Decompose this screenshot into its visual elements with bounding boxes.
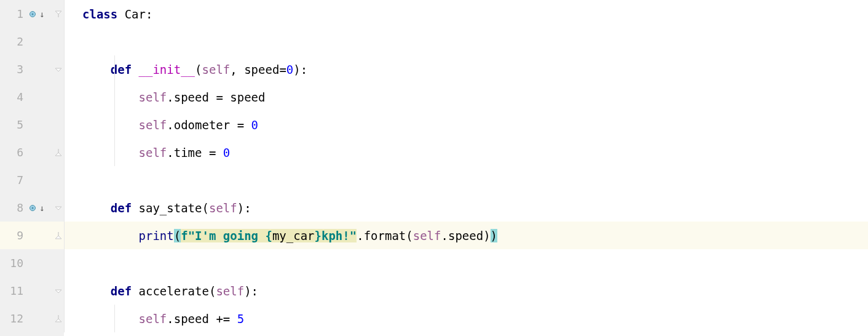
keyword: def — [111, 63, 132, 76]
svg-rect-3 — [58, 149, 58, 153]
line-number: 6 — [0, 146, 27, 159]
svg-rect-6 — [58, 232, 58, 236]
code-line[interactable]: self.speed += 5 — [80, 305, 868, 332]
line-number: 7 — [0, 174, 27, 186]
method-name: format — [364, 229, 406, 242]
line-number: 8 — [0, 201, 27, 214]
line-number: 12 — [0, 312, 27, 325]
self-ref: self — [139, 118, 167, 132]
arrow-down-icon: ↓ — [39, 9, 44, 19]
svg-rect-2 — [58, 14, 58, 17]
fold-marker[interactable] — [54, 65, 63, 74]
self-param: self — [202, 63, 231, 76]
line-number: 11 — [0, 284, 27, 297]
line-number: 3 — [0, 63, 27, 76]
indent-guide — [114, 111, 115, 138]
number-literal: 5 — [237, 312, 244, 326]
svg-point-5 — [32, 207, 34, 209]
code-line[interactable]: def say_state(self): — [80, 194, 868, 222]
self-ref: self — [413, 229, 441, 242]
code-line[interactable] — [80, 28, 868, 55]
svg-point-1 — [32, 13, 34, 15]
gutter-row: 9 — [0, 222, 64, 249]
gutter-row: 12 — [0, 305, 64, 332]
gutter-row: 5 — [0, 111, 64, 138]
override-icon[interactable] — [30, 204, 38, 212]
fold-marker[interactable] — [54, 148, 63, 157]
override-icon[interactable] — [30, 10, 38, 18]
attribute: speed — [174, 90, 209, 104]
fstring-var: my_car — [272, 229, 315, 242]
code-line[interactable] — [80, 166, 868, 194]
paren-open: ( — [174, 229, 181, 242]
fold-marker[interactable] — [54, 314, 63, 323]
indent-guide — [114, 305, 115, 332]
code-line-active[interactable]: print(f"I'm going {my_car}kph!".format(s… — [80, 222, 868, 249]
string-literal: }kph!" — [315, 229, 357, 242]
class-name: Car — [125, 7, 146, 21]
self-ref: self — [139, 312, 167, 326]
code-line[interactable]: def accelerate(self): — [80, 277, 868, 305]
gutter-row: 10 — [0, 249, 64, 277]
self-ref: self — [139, 146, 167, 159]
gutter-row: 3 — [0, 55, 64, 83]
keyword: class — [82, 7, 117, 21]
indent-guide — [114, 138, 115, 166]
fold-marker[interactable] — [54, 10, 63, 18]
code-line[interactable]: def __init__(self, speed=0): — [80, 55, 868, 83]
identifier: speed — [230, 90, 265, 104]
function-name: __init__ — [139, 63, 195, 76]
indent-guide — [114, 55, 115, 83]
gutter-row: 11 — [0, 277, 64, 305]
function-name: say_state — [139, 201, 202, 215]
attribute: time — [174, 146, 202, 159]
gutter-row: 1 ↓ — [0, 0, 64, 28]
parameter: speed — [244, 63, 279, 76]
arrow-down-icon: ↓ — [39, 203, 44, 213]
paren-close: ) — [491, 229, 497, 242]
indent-guide — [114, 83, 115, 111]
line-number: 10 — [0, 257, 27, 270]
gutter-row: 6 — [0, 138, 64, 166]
keyword: def — [111, 284, 132, 298]
string-literal: "I'm going { — [188, 229, 272, 242]
fstring-prefix: f — [181, 229, 187, 242]
line-number: 1 — [0, 7, 27, 20]
code-line[interactable]: class Car: — [80, 0, 868, 28]
attribute: odometer — [174, 118, 231, 132]
number-literal: 0 — [223, 146, 230, 159]
number-literal: 0 — [286, 63, 293, 76]
svg-rect-7 — [58, 315, 58, 319]
fold-marker[interactable] — [54, 287, 63, 295]
builtin-fn: print — [139, 229, 174, 242]
gutter-row: 7 — [0, 166, 64, 194]
code-editor[interactable]: class Car: def __init__(self, speed=0): … — [80, 0, 868, 336]
editor-gutter: 1 ↓ 2 3 4 5 6 7 8 — [0, 0, 64, 336]
function-name: accelerate — [139, 284, 209, 298]
code-line[interactable]: self.speed = speed — [80, 83, 868, 111]
gutter-row: 8 ↓ — [0, 194, 64, 222]
gutter-row: 2 — [0, 28, 64, 55]
fold-marker[interactable] — [54, 204, 63, 212]
line-number: 4 — [0, 90, 27, 103]
line-number: 2 — [0, 35, 27, 48]
code-line[interactable] — [80, 249, 868, 277]
line-number: 9 — [0, 229, 27, 242]
self-param: self — [209, 201, 237, 215]
fold-marker[interactable] — [54, 231, 63, 240]
self-param: self — [216, 284, 244, 298]
gutter-row: 4 — [0, 83, 64, 111]
number-literal: 0 — [251, 118, 258, 132]
code-line[interactable]: self.odometer = 0 — [80, 111, 868, 138]
code-line[interactable]: self.time = 0 — [80, 138, 868, 166]
operator: += — [216, 312, 230, 326]
attribute: speed — [448, 229, 483, 242]
line-number: 5 — [0, 118, 27, 131]
keyword: def — [111, 201, 132, 215]
self-ref: self — [139, 90, 167, 104]
indent-guide-area — [64, 0, 80, 336]
attribute: speed — [174, 312, 209, 326]
